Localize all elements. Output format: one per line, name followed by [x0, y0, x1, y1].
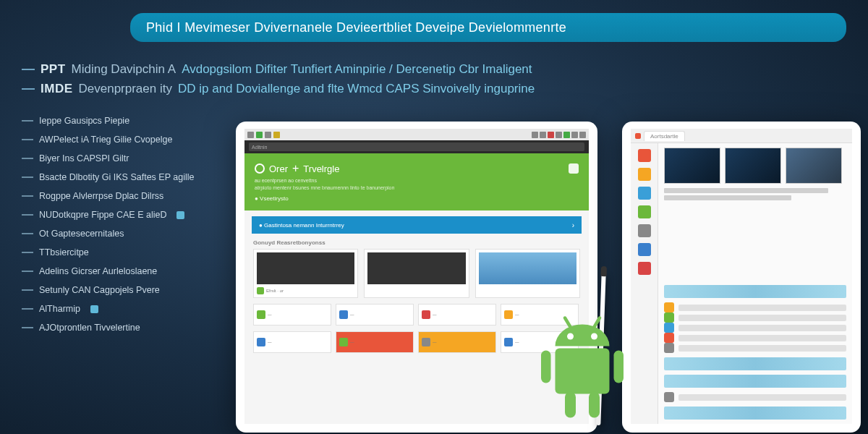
bullet-list: Ieppe Gausipcs PiepieAWPelect iA Trieg G… — [22, 116, 224, 333]
subtitle-text-1b: Miding Davipchin A — [72, 59, 176, 79]
bullet-item: AJOtprontlen Tivvelertine — [22, 323, 224, 333]
item-icon — [664, 302, 674, 312]
svg-rect-5 — [541, 351, 551, 383]
tool-icon[interactable] — [638, 187, 651, 200]
dash-icon — [22, 289, 33, 291]
subtitle-prefix-1: PPT — [41, 59, 66, 79]
bullet-text: NUDotkqpre Fippe CAE E alieD — [39, 210, 166, 220]
list-item[interactable] — [664, 392, 846, 402]
bullet-item: Setunly CAN Cagpojels Pvere — [22, 285, 224, 295]
svg-point-2 — [567, 333, 574, 340]
dash-icon — [22, 214, 33, 216]
app-icon — [635, 133, 641, 139]
circle-icon — [255, 163, 265, 174]
status-icon — [571, 132, 578, 138]
dash-icon — [22, 158, 33, 159]
dash-icon — [22, 176, 33, 178]
tool-icon[interactable] — [638, 243, 651, 256]
status-bar — [244, 129, 589, 140]
app-tile[interactable]: — — [418, 331, 496, 353]
item-icon — [664, 312, 674, 323]
thumbnail[interactable] — [786, 148, 842, 184]
svg-rect-8 — [589, 392, 600, 418]
svg-rect-7 — [565, 392, 576, 418]
bullet-text: Rogppe Alvlerrpse Dplac Dilrss — [39, 191, 163, 201]
bullet-text: Setunly CAN Cagpojels Pvere — [39, 285, 160, 295]
list-item[interactable] — [664, 333, 846, 343]
item-icon — [664, 333, 674, 343]
list-item[interactable] — [664, 312, 846, 323]
tile-label: — — [433, 340, 493, 344]
thumbnail[interactable] — [664, 148, 720, 184]
list-item[interactable] — [664, 343, 846, 353]
bullet-text: AlTharmip — [39, 304, 80, 314]
thumbnail[interactable] — [725, 148, 781, 184]
card-row: Efrslt · or — [244, 249, 589, 298]
body — [631, 143, 852, 424]
plus-icon[interactable]: + — [292, 162, 299, 175]
bullet-text: TTbsiercitpe — [39, 247, 89, 258]
tool-icon[interactable] — [638, 149, 651, 162]
waveform — [664, 357, 846, 370]
bullet-item: TTbsiercitpe — [22, 247, 224, 258]
feature-card[interactable] — [475, 249, 580, 298]
hero-sub-1: au ecentprsen ao cenvettns — [255, 178, 579, 183]
app-tile[interactable]: — — [253, 304, 331, 326]
bullet-item: Bsacte Dlbotity Gi IKS Saftes EP agille — [22, 172, 224, 182]
waveform — [664, 285, 846, 298]
blue-bar[interactable]: ● Gastintosa nemann Inturrntrrey › — [252, 216, 582, 234]
tile-icon — [422, 310, 430, 319]
item-bar — [678, 345, 846, 352]
tool-icon[interactable] — [638, 224, 651, 237]
bullet-item: AWPelect iA Trieg Gilie Cvopelge — [22, 135, 224, 145]
bullet-text: Ieppe Gausipcs Piepie — [39, 116, 129, 126]
bluebar-text: Gastintosa nemann Inturrntrrey — [264, 222, 344, 229]
dash-icon — [22, 88, 35, 90]
bullet-item: Ieppe Gausipcs Piepie — [22, 116, 224, 126]
status-icon — [247, 132, 254, 138]
bullet-item: Adelins Gicrser Aurleloslaene — [22, 266, 224, 276]
list-item[interactable] — [664, 302, 846, 312]
hero-badge[interactable]: ● Vseetirysto — [255, 195, 289, 202]
phone-icon[interactable] — [569, 163, 579, 174]
chevron-right-icon: › — [572, 221, 574, 229]
tool-icon[interactable] — [638, 205, 651, 218]
status-icon — [273, 132, 280, 138]
tile-label: — — [268, 340, 328, 344]
svg-rect-6 — [614, 351, 624, 383]
tool-icon[interactable] — [638, 168, 651, 181]
status-icon — [256, 132, 263, 138]
tile-icon — [257, 338, 265, 346]
status-icon — [265, 132, 271, 138]
card-caption: Efrslt · or — [266, 289, 284, 293]
feature-card[interactable]: Efrslt · or — [253, 249, 358, 298]
tile-icon — [504, 310, 513, 319]
list-item[interactable] — [664, 323, 846, 333]
bullet-text: AWPelect iA Trieg Gilie Cvopelge — [39, 135, 172, 145]
feature-card[interactable] — [364, 249, 469, 298]
tab-bar: Aortsdartle — [631, 129, 852, 143]
title-banner: Phid I Mevimeser Dvivernanele Devieertbl… — [130, 13, 846, 42]
dash-icon — [22, 69, 35, 70]
address-input[interactable]: Aditnin — [249, 142, 584, 151]
item-bar — [678, 394, 846, 401]
hero-title-b: Trvelrgle — [303, 163, 339, 174]
status-icon — [540, 132, 546, 138]
dash-icon — [22, 233, 33, 234]
status-icon — [532, 132, 538, 138]
tab-active[interactable]: Aortsdartle — [644, 131, 685, 141]
app-tile[interactable]: — — [336, 304, 414, 326]
android-mascot-icon — [528, 310, 637, 433]
bullet-item: Ot Gaptesecernitales — [22, 229, 224, 239]
app-tile[interactable]: — — [253, 331, 331, 353]
thumb-row — [664, 148, 846, 184]
waveform — [664, 375, 846, 388]
item-bar — [678, 305, 846, 311]
tool-icon[interactable] — [638, 262, 651, 275]
svg-point-3 — [591, 333, 597, 340]
app-tile[interactable]: — — [336, 331, 414, 353]
dash-icon — [22, 139, 33, 140]
app-tile[interactable]: — — [418, 304, 496, 326]
hero-title-a: Orer — [269, 163, 288, 174]
text-lines — [664, 188, 846, 281]
